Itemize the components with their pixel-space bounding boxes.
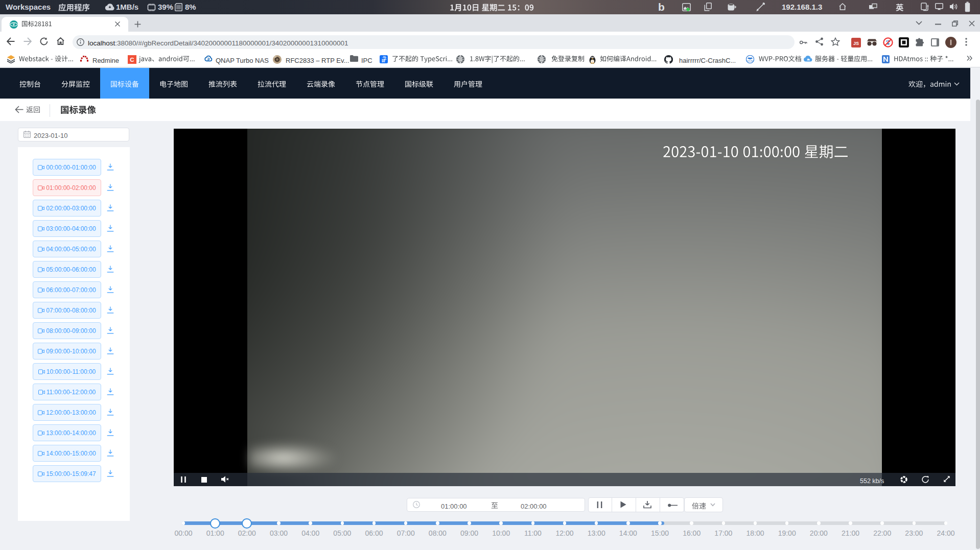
- svg-text:WVP-PRO: WVP-PRO: [746, 60, 754, 62]
- svg-text:C: C: [130, 57, 134, 63]
- svg-text:JS: JS: [853, 41, 859, 46]
